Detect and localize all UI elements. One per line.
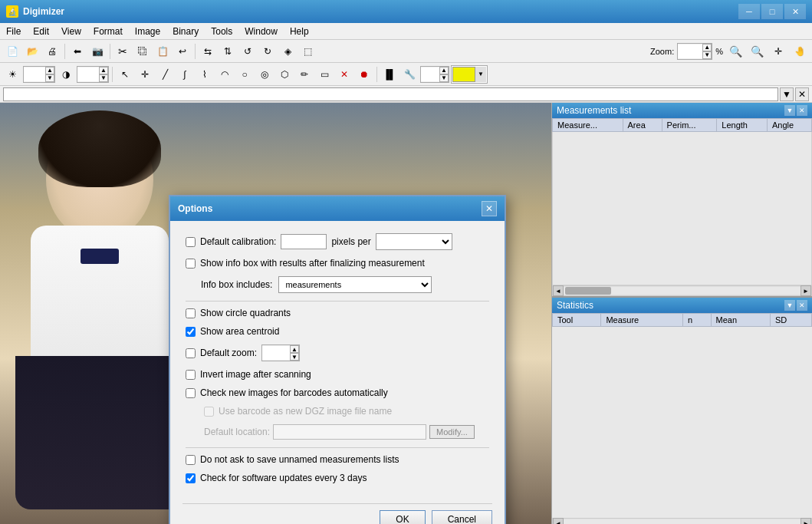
zoom-down[interactable]: ▼ [702, 51, 712, 59]
zoom-spin-up[interactable]: ▲ [290, 345, 299, 353]
use-barcode-checkbox[interactable] [204, 407, 214, 417]
scroll-right[interactable]: ► [800, 285, 811, 296]
menu-edit[interactable]: Edit [27, 23, 55, 39]
contrast-up[interactable]: ▲ [99, 67, 108, 74]
scroll-left[interactable]: ◄ [553, 285, 564, 296]
ok-button[interactable]: OK [380, 510, 425, 524]
menu-view[interactable]: View [55, 23, 87, 39]
cancel-button[interactable]: Cancel [432, 510, 492, 524]
measurements-panel-pin[interactable]: ▼ [784, 105, 795, 116]
calibration-unit-select[interactable] [376, 233, 452, 250]
menu-help[interactable]: Help [284, 23, 315, 39]
print-button[interactable]: 🖨 [43, 42, 61, 61]
undo-prev[interactable]: ⬅ [68, 42, 87, 61]
zoom-spin-down[interactable]: ▼ [290, 353, 299, 361]
show-circle-quadrants-checkbox[interactable] [186, 308, 196, 318]
tool-cancel[interactable]: ✕ [335, 65, 353, 84]
measurements-scrollbar-h[interactable]: ◄ ► [552, 285, 812, 296]
menu-image[interactable]: Image [129, 23, 166, 39]
pen-size-down[interactable]: ▼ [439, 74, 449, 82]
measurements-panel-close[interactable]: ✕ [797, 105, 807, 116]
rotate-r[interactable]: ↻ [258, 42, 277, 61]
statistics-panel-pin[interactable]: ▼ [784, 300, 795, 311]
flip-h[interactable]: ⇆ [199, 42, 217, 61]
contrast-input[interactable]: 0 [77, 68, 99, 81]
menu-format[interactable]: Format [87, 23, 129, 39]
paste-button[interactable]: 📋 [153, 42, 172, 61]
calibration-value-input[interactable] [281, 234, 327, 249]
rotate-l[interactable]: ↺ [238, 42, 257, 61]
stats-scroll-left[interactable]: ◄ [553, 518, 564, 524]
brightness-up[interactable]: ▲ [45, 67, 54, 74]
copy-button[interactable]: ⿻ [133, 42, 152, 61]
scroll-thumb[interactable] [565, 287, 611, 295]
stats-scroll-right[interactable]: ► [800, 518, 811, 524]
tool-rect[interactable]: ▭ [315, 65, 334, 84]
tool-unknown[interactable]: 🔧 [400, 65, 419, 84]
cut-button[interactable]: ✂ [113, 42, 132, 61]
tool-circle[interactable]: ○ [235, 65, 254, 84]
menu-window[interactable]: Window [238, 23, 284, 39]
modify-button[interactable]: Modify... [429, 425, 475, 439]
dialog-close-button[interactable]: ✕ [482, 201, 497, 216]
address-input[interactable]: C:\Users\Administrator\Desktop\截图\朱可儿最近1… [3, 87, 778, 101]
invert-image-checkbox[interactable] [186, 370, 196, 380]
show-info-box-checkbox[interactable] [186, 259, 196, 269]
barcode-icon[interactable]: ▐▌ [380, 65, 399, 84]
stats-scrollbar-h[interactable]: ◄ ► [552, 518, 812, 524]
new-button[interactable]: 📄 [3, 42, 21, 61]
info-box-includes-label: Info box includes: [201, 279, 272, 290]
pan-icon[interactable]: ✛ [769, 42, 787, 61]
zoom-in-icon[interactable]: 🔍 [726, 42, 745, 61]
contrast-icon[interactable]: ◑ [57, 65, 75, 84]
zoom-input[interactable]: 20 [678, 44, 702, 58]
zoom-out-icon[interactable]: 🔍 [748, 42, 766, 61]
open-button[interactable]: 📂 [23, 42, 41, 61]
statistics-panel-close[interactable]: ✕ [797, 300, 807, 311]
tool-freehand[interactable]: ✏ [295, 65, 314, 84]
pen-size-up[interactable]: ▲ [439, 67, 449, 74]
tool-arrow[interactable]: ↖ [116, 65, 134, 84]
hand-icon[interactable]: 🤚 [791, 42, 809, 61]
contrast-down[interactable]: ▼ [99, 74, 108, 82]
default-zoom-label: Default zoom: [200, 348, 257, 358]
zoom-up[interactable]: ▲ [702, 44, 712, 51]
pen-size-input[interactable]: 5 [421, 68, 439, 81]
menu-tools[interactable]: Tools [205, 23, 238, 39]
color-dropdown[interactable]: ▼ [475, 67, 486, 82]
menu-file[interactable]: File [0, 23, 27, 39]
tool-polyline[interactable]: ⌇ [196, 65, 214, 84]
tool-ellipse[interactable]: ◎ [255, 65, 274, 84]
do-not-ask-checkbox[interactable] [186, 455, 196, 465]
image-canvas[interactable]: Copyright © 2019 myg.hk & Issued by xiur… [0, 103, 551, 524]
show-area-centroid-checkbox[interactable] [186, 327, 196, 337]
maximize-button[interactable]: □ [761, 4, 783, 19]
tool-line[interactable]: ╱ [156, 65, 174, 84]
address-go[interactable]: ▼ [780, 87, 794, 101]
tool-polygon[interactable]: ⬡ [275, 65, 294, 84]
tool-arc[interactable]: ◠ [215, 65, 234, 84]
close-button[interactable]: ✕ [784, 4, 806, 19]
tool-curve[interactable]: ∫ [176, 65, 194, 84]
tool-crosshair[interactable]: ✛ [136, 65, 154, 84]
default-zoom-checkbox[interactable] [186, 348, 196, 358]
default-location-input[interactable]: C:\Users\Administrator\Documents [273, 424, 426, 440]
address-action[interactable]: ✕ [795, 87, 809, 101]
crop-btn[interactable]: ⬚ [298, 42, 317, 61]
tool-record[interactable]: ⏺ [355, 65, 373, 84]
filter-btn[interactable]: ◈ [278, 42, 297, 61]
menu-binary[interactable]: Binary [166, 23, 205, 39]
brightness-input[interactable]: 0 [24, 68, 45, 81]
undo-button[interactable]: ↩ [173, 42, 192, 61]
check-updates-checkbox[interactable] [186, 473, 196, 483]
color-swatch[interactable] [452, 67, 475, 82]
flip-v[interactable]: ⇅ [219, 42, 237, 61]
minimize-button[interactable]: ─ [738, 4, 760, 19]
default-calibration-checkbox[interactable] [186, 237, 196, 247]
info-box-select[interactable]: measurements all none [278, 276, 432, 293]
brightness-down[interactable]: ▼ [45, 74, 54, 82]
default-zoom-input[interactable]: 100 [262, 346, 290, 360]
check-barcodes-checkbox[interactable] [186, 388, 196, 398]
camera-button[interactable]: 📷 [88, 42, 107, 61]
brightness-icon[interactable]: ☀ [3, 65, 21, 84]
